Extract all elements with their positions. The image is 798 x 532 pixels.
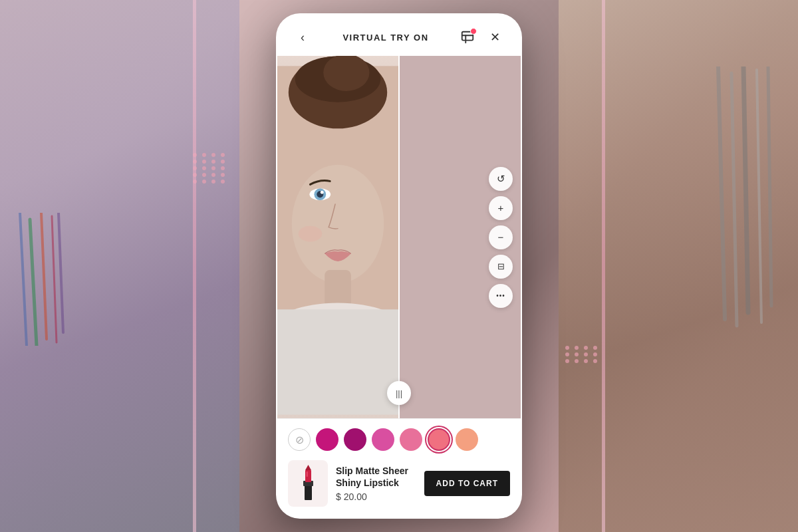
bottom-panel: ⊘: [277, 418, 521, 517]
cart-badge: [470, 28, 477, 35]
add-to-cart-button[interactable]: ADD TO CART: [424, 471, 510, 496]
svg-line-0: [20, 213, 27, 346]
cart-button[interactable]: [457, 27, 478, 48]
close-button[interactable]: ✕: [483, 25, 507, 49]
color-swatch-peach[interactable]: [456, 428, 478, 451]
color-swatch-coral[interactable]: [428, 428, 450, 451]
svg-line-6: [732, 73, 737, 326]
svg-line-1: [30, 219, 37, 346]
phone-container: ‹ VIRTUAL TRY ON ✕: [276, 13, 522, 519]
face-left-svg: [277, 56, 399, 418]
more-button[interactable]: •••: [489, 284, 513, 308]
svg-line-5: [718, 66, 725, 319]
svg-point-24: [321, 191, 324, 194]
header-actions: ✕: [457, 25, 507, 49]
svg-rect-20: [277, 309, 399, 414]
svg-line-9: [768, 66, 771, 306]
header-title: VIRTUAL TRY ON: [342, 33, 428, 43]
svg-line-7: [743, 66, 748, 313]
face-left-panel: [277, 56, 399, 418]
bg-decoration-right: [705, 66, 785, 332]
svg-rect-44: [306, 471, 308, 477]
product-row: Slip Matte Sheer Shiny Lipstick $ 20.00 …: [288, 460, 510, 507]
compare-button[interactable]: ⊟: [489, 255, 513, 279]
split-divider: [398, 56, 400, 418]
dots-decoration-right: [565, 346, 605, 386]
product-price: $ 20.00: [336, 491, 416, 502]
zoom-in-button[interactable]: +: [489, 196, 513, 220]
color-swatch-deep-pink[interactable]: [344, 428, 366, 451]
svg-rect-43: [305, 470, 311, 482]
svg-point-25: [299, 226, 323, 242]
svg-line-2: [41, 213, 47, 339]
svg-line-3: [52, 216, 57, 342]
svg-line-4: [59, 213, 63, 332]
dots-decoration-left: [193, 153, 233, 206]
phone-border-left: [193, 0, 196, 532]
phone-header: ‹ VIRTUAL TRY ON ✕: [277, 15, 521, 56]
zoom-out-button[interactable]: −: [489, 225, 513, 249]
product-info: Slip Matte Sheer Shiny Lipstick $ 20.00: [336, 465, 416, 502]
rotate-button[interactable]: ↺: [489, 167, 513, 191]
product-thumbnail: [288, 460, 328, 507]
product-name: Slip Matte Sheer Shiny Lipstick: [336, 465, 416, 489]
split-handle[interactable]: |||: [387, 381, 411, 405]
svg-point-17: [292, 165, 384, 283]
svg-point-16: [323, 56, 369, 91]
lipstick-icon: [297, 464, 320, 503]
phone-border-right: [602, 0, 605, 532]
bg-decoration-left: [13, 213, 66, 346]
color-swatch-light-pink[interactable]: [400, 428, 422, 451]
back-button[interactable]: ‹: [291, 25, 315, 49]
svg-line-8: [757, 70, 761, 323]
no-color-swatch[interactable]: ⊘: [288, 428, 311, 451]
color-swatch-magenta[interactable]: [316, 428, 338, 451]
try-on-image-area: ||| ↺ + − ⊟ •••: [277, 56, 521, 418]
color-swatch-row: ⊘: [288, 428, 510, 451]
color-swatch-pink[interactable]: [372, 428, 394, 451]
side-controls: ↺ + − ⊟ •••: [489, 167, 513, 308]
